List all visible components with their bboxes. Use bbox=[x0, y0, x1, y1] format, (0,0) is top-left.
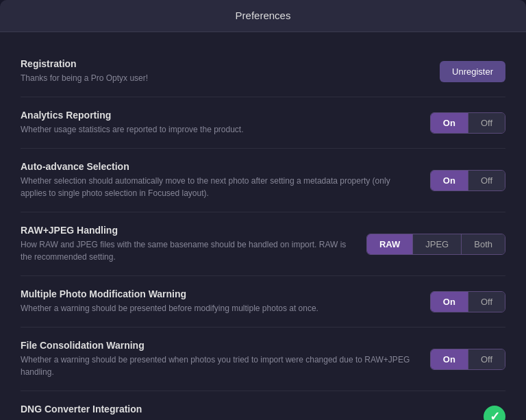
pref-control-raw-jpeg: RAW JPEG Both bbox=[366, 234, 505, 255]
pref-text-auto-advance: Auto-advance Selection Whether selection… bbox=[21, 161, 416, 199]
pref-text-file-consolidation: File Consolidation Warning Whether a war… bbox=[21, 340, 416, 378]
auto-advance-off-button[interactable]: Off bbox=[468, 171, 505, 190]
jpeg-button[interactable]: JPEG bbox=[413, 234, 462, 254]
analytics-toggle: On Off bbox=[430, 112, 505, 134]
dialog-content: Registration Thanks for being a Pro Opty… bbox=[0, 32, 526, 420]
pref-desc-auto-advance: Whether selection should automatically m… bbox=[21, 175, 416, 199]
file-consolidation-toggle: On Off bbox=[430, 349, 505, 370]
pref-text-analytics: Analytics Reporting Whether usage statis… bbox=[21, 110, 416, 136]
pref-text-raw-jpeg: RAW+JPEG Handling How RAW and JPEG files… bbox=[21, 225, 353, 263]
pref-desc-analytics: Whether usage statistics are reported to… bbox=[21, 123, 416, 136]
pref-row-file-consolidation: File Consolidation Warning Whether a war… bbox=[21, 328, 505, 391]
pref-desc-multi-photo: Whether a warning should be presented be… bbox=[21, 302, 416, 314]
pref-row-auto-advance: Auto-advance Selection Whether selection… bbox=[21, 149, 505, 212]
file-consolidation-off-button[interactable]: Off bbox=[468, 349, 505, 369]
pref-text-dng-converter: DNG Converter Integration DNG Converter … bbox=[21, 404, 470, 420]
pref-row-registration: Registration Thanks for being a Pro Opty… bbox=[21, 46, 505, 97]
multi-photo-toggle: On Off bbox=[430, 291, 505, 312]
pref-title-dng-converter: DNG Converter Integration bbox=[21, 404, 470, 415]
preferences-dialog: Preferences Registration Thanks for bein… bbox=[0, 0, 526, 420]
pref-title-multi-photo: Multiple Photo Modification Warning bbox=[21, 288, 416, 299]
pref-row-multi-photo: Multiple Photo Modification Warning Whet… bbox=[21, 276, 505, 328]
pref-text-multi-photo: Multiple Photo Modification Warning Whet… bbox=[21, 288, 416, 314]
raw-button[interactable]: RAW bbox=[367, 234, 413, 254]
pref-title-auto-advance: Auto-advance Selection bbox=[21, 161, 416, 172]
pref-desc-registration: Thanks for being a Pro Optyx user! bbox=[21, 72, 426, 84]
pref-row-dng-converter: DNG Converter Integration DNG Converter … bbox=[21, 391, 505, 420]
multi-photo-on-button[interactable]: On bbox=[431, 292, 468, 312]
raw-jpeg-toggle: RAW JPEG Both bbox=[366, 234, 505, 255]
pref-row-analytics: Analytics Reporting Whether usage statis… bbox=[21, 97, 505, 149]
both-button[interactable]: Both bbox=[462, 234, 505, 254]
pref-desc-raw-jpeg: How RAW and JPEG files with the same bas… bbox=[21, 238, 353, 263]
pref-control-analytics: On Off bbox=[430, 112, 505, 134]
analytics-on-button[interactable]: On bbox=[431, 113, 468, 133]
pref-text-registration: Registration Thanks for being a Pro Opty… bbox=[21, 58, 426, 84]
analytics-off-button[interactable]: Off bbox=[468, 113, 505, 133]
pref-title-file-consolidation: File Consolidation Warning bbox=[21, 340, 416, 351]
auto-advance-toggle: On Off bbox=[430, 170, 505, 191]
dialog-title: Preferences bbox=[236, 10, 291, 21]
pref-control-file-consolidation: On Off bbox=[430, 349, 505, 370]
pref-title-raw-jpeg: RAW+JPEG Handling bbox=[21, 225, 353, 236]
pref-row-raw-jpeg: RAW+JPEG Handling How RAW and JPEG files… bbox=[21, 212, 505, 276]
file-consolidation-on-button[interactable]: On bbox=[431, 349, 468, 369]
multi-photo-off-button[interactable]: Off bbox=[468, 292, 505, 312]
pref-desc-file-consolidation: Whether a warning should be presented wh… bbox=[21, 354, 416, 378]
pref-control-auto-advance: On Off bbox=[430, 170, 505, 191]
auto-advance-on-button[interactable]: On bbox=[431, 171, 468, 190]
title-bar: Preferences bbox=[0, 0, 526, 32]
pref-title-registration: Registration bbox=[21, 58, 426, 69]
pref-title-analytics: Analytics Reporting bbox=[21, 110, 416, 121]
pref-control-dng-converter bbox=[484, 406, 505, 420]
pref-control-registration: Unregister bbox=[440, 61, 505, 82]
dng-check-icon bbox=[484, 406, 505, 420]
unregister-button[interactable]: Unregister bbox=[440, 61, 505, 82]
pref-desc-dng-converter: DNG Converter found on your system. You … bbox=[21, 417, 470, 420]
pref-control-multi-photo: On Off bbox=[430, 291, 505, 312]
